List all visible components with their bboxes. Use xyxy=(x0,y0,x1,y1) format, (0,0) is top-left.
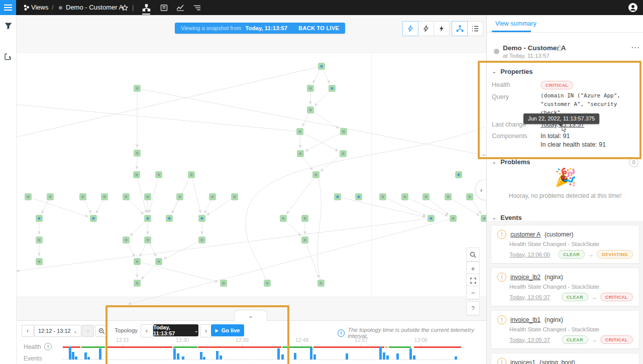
range-next-button[interactable]: › xyxy=(82,325,94,337)
search-canvas-icon[interactable] xyxy=(466,248,480,262)
health-help-icon[interactable]: ? xyxy=(44,343,52,350)
topology-node[interactable] xyxy=(264,280,271,287)
topology-node[interactable] xyxy=(36,237,43,244)
timeline-collapse-tab[interactable]: ⌄ xyxy=(234,310,267,321)
topology-node[interactable] xyxy=(356,194,362,200)
topology-time-prev-button[interactable]: ‹ xyxy=(141,324,153,337)
topology-node[interactable] xyxy=(36,259,43,265)
topology-node[interactable] xyxy=(156,259,162,265)
topology-node[interactable] xyxy=(467,194,473,200)
event-timestamp[interactable]: Today, 13:05:37 xyxy=(509,337,550,343)
topology-node[interactable] xyxy=(428,215,435,222)
snapshot-banner[interactable]: Viewing a snapshot from Today, 11:13:57 … xyxy=(175,23,345,34)
favorite-star-icon[interactable] xyxy=(556,45,563,52)
lightning-filled-icon[interactable] xyxy=(434,21,450,36)
traces-view-icon[interactable] xyxy=(191,2,203,13)
topology-node[interactable] xyxy=(134,150,141,157)
view-settings-icon[interactable] xyxy=(2,51,14,63)
components-view-icon[interactable] xyxy=(158,2,170,13)
topology-node[interactable] xyxy=(123,194,130,200)
timeline-zoom-out-icon[interactable] xyxy=(95,325,108,337)
topology-node[interactable] xyxy=(80,194,86,200)
properties-section-header[interactable]: ⌄ Properties xyxy=(492,68,533,75)
topology-node[interactable] xyxy=(456,172,462,178)
topology-node[interactable] xyxy=(134,280,141,287)
telemetry-chart-icon[interactable] xyxy=(174,2,186,13)
topology-node[interactable] xyxy=(423,194,430,200)
topology-node[interactable] xyxy=(209,194,216,200)
topology-node[interactable] xyxy=(302,237,308,244)
topology-node[interactable] xyxy=(90,215,97,222)
list-layout-icon[interactable] xyxy=(467,21,483,36)
events-section-header[interactable]: ⌄ Events xyxy=(492,214,522,221)
event-component-name[interactable]: customer A xyxy=(510,231,541,238)
problems-section-header[interactable]: ⌄ Problems xyxy=(492,158,530,166)
topology-node[interactable] xyxy=(402,194,408,200)
zoom-out-button[interactable]: − xyxy=(466,286,480,299)
topology-node[interactable] xyxy=(145,237,151,244)
topology-node[interactable] xyxy=(481,215,487,222)
lightning-outline-icon[interactable] xyxy=(418,21,434,36)
topology-node[interactable] xyxy=(341,129,347,135)
event-card[interactable]: !customer A(customer)Health State Change… xyxy=(491,225,639,264)
topology-node[interactable] xyxy=(313,172,319,178)
more-options-button[interactable]: ⋯ xyxy=(631,42,639,53)
topology-node[interactable] xyxy=(134,85,141,92)
time-range-dropdown[interactable]: 12:12 - 13:12 ⌄ xyxy=(34,325,81,337)
favorite-star-icon[interactable] xyxy=(119,2,131,13)
topology-node[interactable] xyxy=(221,280,227,287)
topology-canvas[interactable]: Viewing a snapshot from Today, 11:13:57 … xyxy=(16,15,486,320)
range-prev-button[interactable]: ‹ xyxy=(22,325,34,337)
topology-node[interactable] xyxy=(145,194,151,200)
topology-node[interactable] xyxy=(280,215,287,222)
event-timestamp[interactable]: Today, 13:06:00 xyxy=(509,252,550,258)
event-card[interactable]: !invoices1(spring_boot)Health State Chan… xyxy=(491,353,639,364)
tab-view-summary[interactable]: View summary xyxy=(495,20,537,27)
topology-node[interactable] xyxy=(145,215,151,222)
event-timestamp[interactable]: Today, 13:05:37 xyxy=(509,294,550,300)
topology-node[interactable] xyxy=(199,215,205,222)
snapshot-banner-time[interactable]: Today, 11:13:57 xyxy=(245,25,287,31)
topology-node[interactable] xyxy=(101,194,108,200)
event-card[interactable]: !invoice_lb1(nginx)Health State Changed … xyxy=(491,310,639,349)
help-button[interactable]: ? xyxy=(466,301,480,315)
topology-node[interactable] xyxy=(445,194,452,200)
topology-node[interactable] xyxy=(297,129,303,135)
topology-node[interactable] xyxy=(199,237,205,244)
topology-node[interactable] xyxy=(177,194,183,200)
breadcrumb-view-title[interactable]: Demo - Customer A xyxy=(66,0,123,15)
topology-node[interactable] xyxy=(47,194,54,200)
topology-layout-icon[interactable] xyxy=(452,21,468,36)
topology-node[interactable] xyxy=(380,194,386,200)
topology-node[interactable] xyxy=(134,259,141,265)
topology-node[interactable] xyxy=(318,63,325,70)
filter-icon[interactable] xyxy=(2,20,14,32)
user-avatar-icon[interactable] xyxy=(627,2,639,13)
event-component-name[interactable]: invoice_lb1 xyxy=(510,316,541,323)
go-live-button[interactable]: ▶ Go live xyxy=(211,324,244,336)
topology-node[interactable] xyxy=(36,215,43,222)
topology-node[interactable] xyxy=(134,172,140,178)
topology-node[interactable] xyxy=(450,215,457,222)
topology-time-next-button[interactable]: › xyxy=(200,324,212,337)
topology-node[interactable] xyxy=(232,194,238,200)
topology-node[interactable] xyxy=(329,85,336,92)
topology-node[interactable] xyxy=(166,215,173,222)
topology-node[interactable] xyxy=(307,85,314,92)
event-component-name[interactable]: invoice_lb2 xyxy=(510,274,541,281)
hamburger-menu-button[interactable] xyxy=(0,0,16,15)
topology-view-icon[interactable] xyxy=(140,2,152,13)
topology-node[interactable] xyxy=(188,172,195,178)
topology-node[interactable] xyxy=(302,215,308,222)
event-component-name[interactable]: invoices1 xyxy=(510,359,535,364)
topology-node[interactable] xyxy=(307,107,314,113)
topology-node[interactable] xyxy=(340,151,347,157)
topology-time-dropdown[interactable]: Today, 11:13:57 ⌄ xyxy=(153,324,198,336)
fit-to-screen-button[interactable] xyxy=(466,274,480,287)
back-to-live-button[interactable]: BACK TO LIVE xyxy=(298,25,339,31)
topology-node[interactable] xyxy=(25,194,32,200)
topology-node[interactable] xyxy=(123,237,130,244)
zoom-in-button[interactable]: + xyxy=(466,262,480,275)
topology-node[interactable] xyxy=(335,194,341,200)
topology-node[interactable] xyxy=(318,280,325,287)
